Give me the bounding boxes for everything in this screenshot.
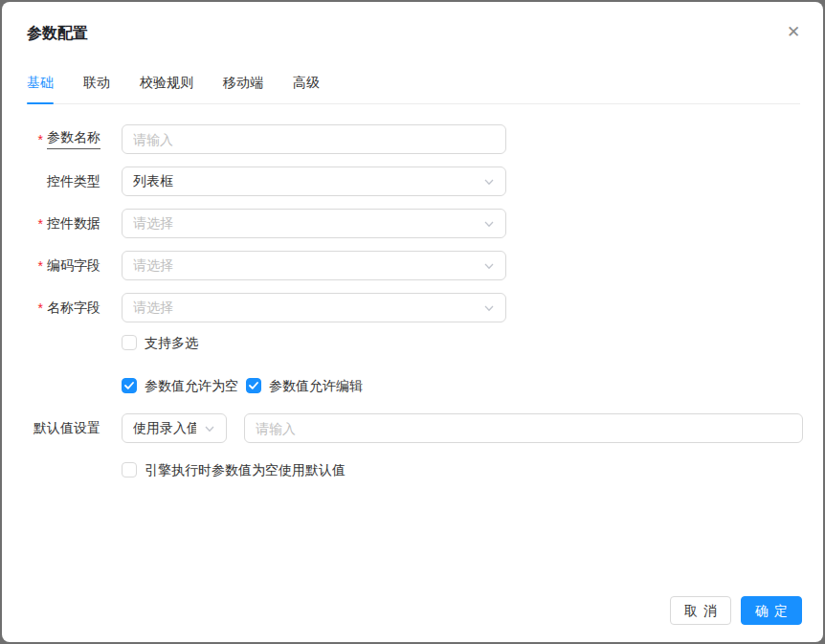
multi-select-checkbox[interactable]: 支持多选 xyxy=(122,335,198,350)
ok-button[interactable]: 确定 xyxy=(741,596,802,625)
tab-bar: 基础 联动 校验规则 移动端 高级 xyxy=(27,74,800,104)
control-data-label: * 控件数据 xyxy=(2,215,100,233)
required-asterisk: * xyxy=(38,217,43,231)
default-value-input[interactable] xyxy=(244,413,803,443)
control-type-row: 控件类型 列表框 xyxy=(2,167,823,196)
param-name-label: * 参数名称 xyxy=(2,129,100,149)
code-field-label: * 编码字段 xyxy=(2,257,100,275)
allow-edit-checkbox[interactable]: 参数值允许编辑 xyxy=(246,378,363,393)
name-field-row: * 名称字段 请选择 xyxy=(2,293,823,322)
multi-select-row: 支持多选 xyxy=(122,335,823,350)
control-type-label: 控件类型 xyxy=(2,173,100,190)
engine-default-checkbox[interactable]: 引擎执行时参数值为空使用默认值 xyxy=(122,462,346,477)
param-config-dialog: 参数配置 ✕ 基础 联动 校验规则 移动端 高级 * 参数名称 控件类型 xyxy=(2,2,823,642)
default-value-mode-select[interactable]: 使用录入值 xyxy=(122,413,227,443)
code-field-row: * 编码字段 请选择 xyxy=(2,251,823,280)
code-field-select[interactable]: 请选择 xyxy=(122,251,506,280)
required-asterisk: * xyxy=(38,133,43,146)
checkbox-checked-icon[interactable] xyxy=(122,378,137,393)
allow-options-row: 参数值允许为空 参数值允许编辑 xyxy=(122,378,823,393)
tab-mobile[interactable]: 移动端 xyxy=(223,74,263,103)
dialog-footer: 取消 确定 xyxy=(670,596,802,625)
default-value-row: 默认值设置 使用录入值 xyxy=(2,413,823,443)
name-field-select[interactable]: 请选择 xyxy=(122,293,506,322)
default-value-label: 默认值设置 xyxy=(2,420,100,437)
chevron-down-icon xyxy=(483,176,495,188)
tab-validation-rules[interactable]: 校验规则 xyxy=(140,74,193,103)
chevron-down-icon xyxy=(483,218,495,230)
required-asterisk: * xyxy=(38,301,43,315)
control-type-select[interactable]: 列表框 xyxy=(122,167,506,196)
control-data-row: * 控件数据 请选择 xyxy=(2,209,823,238)
name-field-label: * 名称字段 xyxy=(2,300,100,317)
param-name-input[interactable] xyxy=(122,124,506,154)
dialog-title: 参数配置 xyxy=(27,24,800,43)
param-name-row: * 参数名称 xyxy=(2,124,823,154)
tab-linkage[interactable]: 联动 xyxy=(83,74,110,103)
allow-empty-checkbox[interactable]: 参数值允许为空 xyxy=(122,378,238,393)
basic-form: * 参数名称 控件类型 列表框 * 控件数据 xyxy=(2,104,823,477)
control-data-select[interactable]: 请选择 xyxy=(122,209,506,238)
checkbox-icon[interactable] xyxy=(122,462,137,477)
checkbox-checked-icon[interactable] xyxy=(246,378,261,393)
tab-advanced[interactable]: 高级 xyxy=(293,74,320,103)
tab-basic[interactable]: 基础 xyxy=(27,74,54,103)
chevron-down-icon xyxy=(204,423,215,434)
screen-background: 参数配置 ✕ 基础 联动 校验规则 移动端 高级 * 参数名称 控件类型 xyxy=(0,0,825,644)
cancel-button[interactable]: 取消 xyxy=(670,596,731,625)
chevron-down-icon xyxy=(483,302,495,314)
dialog-header: 参数配置 ✕ xyxy=(2,2,823,43)
required-asterisk: * xyxy=(38,259,43,273)
chevron-down-icon xyxy=(483,260,495,272)
checkbox-icon[interactable] xyxy=(122,335,137,350)
engine-default-row: 引擎执行时参数值为空使用默认值 xyxy=(122,462,823,477)
close-icon[interactable]: ✕ xyxy=(783,21,804,42)
